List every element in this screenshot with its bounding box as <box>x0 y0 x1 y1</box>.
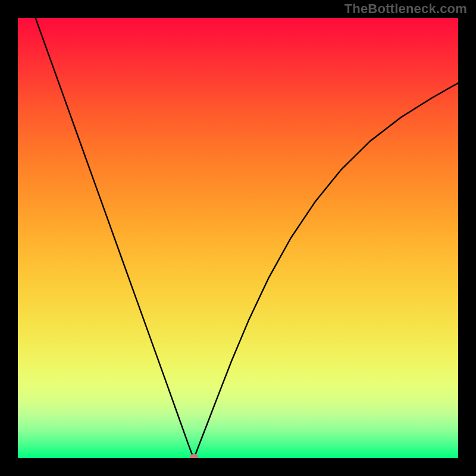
curve-layer <box>18 18 458 458</box>
watermark-text: TheBottleneck.com <box>345 1 467 17</box>
bottleneck-curve <box>36 18 458 458</box>
plot-area <box>18 18 458 458</box>
minimum-point-marker <box>190 454 198 458</box>
chart-frame: TheBottleneck.com <box>0 0 476 476</box>
